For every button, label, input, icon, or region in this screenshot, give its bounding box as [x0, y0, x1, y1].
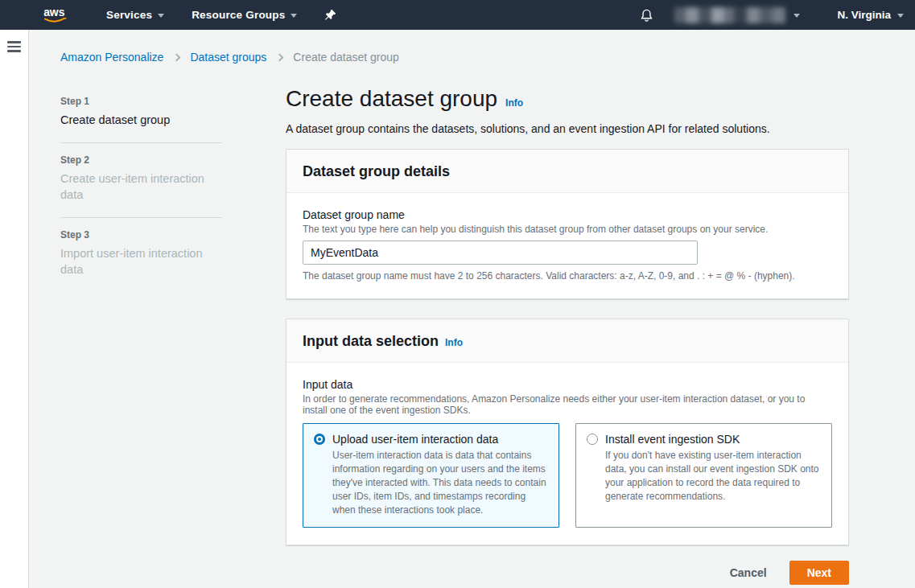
breadcrumb: Amazon Personalize Dataset groups Create… [60, 51, 915, 64]
dataset-group-name-input[interactable] [303, 241, 698, 265]
aws-logo-icon: aws [40, 5, 71, 26]
nav-left: aws Services Resource Groups [40, 0, 336, 30]
step-3-number: Step 3 [60, 229, 222, 241]
next-button[interactable]: Next [789, 561, 849, 585]
breadcrumb-separator-icon [173, 53, 181, 61]
content-columns: Step 1 Create dataset group Step 2 Creat… [60, 84, 915, 588]
aws-logo[interactable]: aws [40, 5, 71, 26]
page-info-link[interactable]: Info [505, 97, 523, 109]
region-label: N. Virginia [837, 9, 891, 21]
wizard-steps: Step 1 Create dataset group Step 2 Creat… [60, 84, 222, 588]
input-card-body: Input data In order to generate recommen… [286, 363, 848, 545]
region-selector[interactable]: N. Virginia [837, 9, 904, 21]
form-column: Create dataset group Info A dataset grou… [286, 84, 849, 588]
option-upload-title: Upload user-item interaction data [332, 433, 498, 446]
nav-services-label: Services [106, 9, 152, 21]
page-description: A dataset group contains the datasets, s… [286, 122, 849, 135]
dataset-group-name-description: The text you type here can help you dist… [303, 224, 832, 235]
nav-resource-groups[interactable]: Resource Groups [192, 9, 297, 21]
step-3-title: Import user-item interaction data [60, 245, 222, 278]
wizard-actions: Cancel Next [286, 561, 849, 588]
step-1-number: Step 1 [60, 96, 222, 107]
chevron-down-icon [291, 14, 297, 18]
input-data-selection-card: Input data selection Info Input data In … [286, 319, 849, 545]
account-menu[interactable] [674, 7, 800, 23]
option-sdk-head: Install event ingestion SDK [587, 433, 821, 446]
dataset-group-name-label: Dataset group name [303, 208, 832, 221]
nav-resource-groups-label: Resource Groups [192, 9, 285, 21]
breadcrumb-separator-icon [276, 53, 284, 61]
input-data-description: In order to generate recommendations, Am… [303, 393, 826, 416]
menu-icon[interactable] [7, 41, 21, 588]
bell-icon [640, 8, 653, 23]
input-data-label: Input data [303, 378, 832, 391]
breadcrumb-current-page: Create dataset group [293, 51, 399, 64]
nav-right: N. Virginia [640, 0, 904, 30]
option-sdk-description: If you don't have existing user-item int… [605, 449, 821, 504]
breadcrumb-dataset-groups[interactable]: Dataset groups [190, 51, 266, 64]
input-card-info-link[interactable]: Info [445, 337, 463, 348]
page-shell: Amazon Personalize Dataset groups Create… [0, 30, 915, 588]
step-2: Step 2 Create user-item interaction data [60, 142, 222, 217]
step-1-title[interactable]: Create dataset group [60, 112, 222, 128]
step-2-title: Create user-item interaction data [60, 171, 222, 203]
pin-shortcuts-button[interactable] [324, 9, 336, 21]
page-header: Create dataset group Info [286, 86, 849, 112]
input-card-header: Input data selection Info [286, 319, 848, 363]
option-upload-description: User-item interaction data is data that … [332, 449, 548, 517]
option-upload-head: Upload user-item interaction data [314, 433, 548, 446]
details-card-header: Dataset group details [286, 150, 848, 193]
page-title: Create dataset group [286, 86, 497, 112]
details-card-body: Dataset group name The text you type her… [286, 193, 848, 298]
option-install-sdk[interactable]: Install event ingestion SDK If you don't… [575, 423, 832, 528]
details-card-title: Dataset group details [303, 163, 450, 180]
breadcrumb-amazon-personalize[interactable]: Amazon Personalize [60, 51, 163, 64]
step-3: Step 3 Import user-item interaction data [60, 217, 222, 292]
step-1: Step 1 Create dataset group [60, 84, 222, 142]
chevron-down-icon [897, 14, 904, 18]
account-name-redacted [674, 7, 785, 23]
option-upload-interaction-data[interactable]: Upload user-item interaction data User-i… [303, 423, 559, 528]
cancel-button[interactable]: Cancel [730, 566, 767, 579]
notifications-button[interactable] [640, 8, 653, 23]
option-sdk-title: Install event ingestion SDK [605, 433, 740, 446]
nav-services[interactable]: Services [106, 9, 164, 21]
chevron-down-icon [158, 14, 164, 18]
top-navigation-bar: aws Services Resource Groups [0, 0, 915, 30]
radio-selected-icon[interactable] [314, 434, 325, 445]
input-data-options: Upload user-item interaction data User-i… [303, 423, 832, 528]
input-card-title: Input data selection [303, 333, 439, 350]
radio-unselected-icon[interactable] [587, 434, 598, 445]
side-nav-rail [0, 30, 29, 588]
dataset-group-details-card: Dataset group details Dataset group name… [286, 149, 849, 299]
dataset-group-name-constraint: The dataset group name must have 2 to 25… [303, 270, 832, 282]
chevron-down-icon [793, 14, 800, 18]
svg-text:aws: aws [43, 5, 65, 18]
app-window: aws Services Resource Groups [0, 0, 915, 588]
step-2-number: Step 2 [60, 154, 222, 166]
main-content: Amazon Personalize Dataset groups Create… [29, 30, 915, 588]
pushpin-icon [324, 9, 336, 21]
